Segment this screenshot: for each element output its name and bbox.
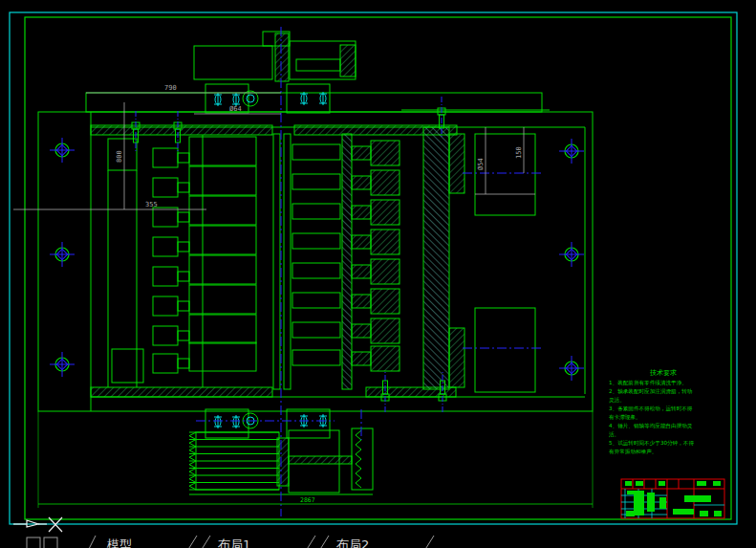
note-line: 5、试运转时间不少于30分钟，不得: [609, 440, 694, 447]
drawing-canvas[interactable]: 790 Ø64 800 355 Ø54 150 2867 技术要求 1、装配前所…: [0, 0, 756, 548]
dim-left-width: 355: [145, 201, 158, 208]
layout-tab-bar: 模型 布局1 布局2: [27, 536, 434, 548]
note-line: 3、各紧固件不得松动，运转时不得: [609, 406, 693, 412]
v-belt-pulley: [189, 432, 279, 490]
hammer-rows-left: [153, 137, 256, 373]
dim-overall-width: 2867: [300, 496, 315, 504]
dim-right-dia: Ø54: [477, 158, 485, 170]
cad-application-window: 790 Ø64 800 355 Ø54 150 2867 技术要求 1、装配前所…: [0, 0, 756, 548]
assembly-drawing: [38, 32, 593, 494]
dim-top-width: 790: [164, 84, 177, 92]
title-block-text-blobs: [625, 481, 722, 516]
tab-layout1[interactable]: 布局1: [217, 537, 250, 548]
title-block: [621, 479, 724, 518]
notes-title: 技术要求: [649, 369, 677, 377]
note-line: 1、装配前所有零件须清洗干净。: [609, 380, 687, 386]
note-line: 有卡滞现象。: [609, 414, 641, 421]
note-line: 2、轴承装配时应加注润滑脂，转动: [609, 388, 693, 395]
note-line: 活。: [609, 431, 619, 438]
dim-left-height: 800: [116, 150, 123, 163]
tab-layout2[interactable]: 布局2: [335, 537, 369, 548]
dim-right-height: 150: [515, 146, 523, 159]
dim-shaft-dia: Ø64: [229, 105, 242, 113]
bearing-fasteners: [214, 92, 327, 428]
note-line: 有异常振动和噪声。: [609, 449, 657, 454]
note-line: 灵活。: [609, 397, 625, 404]
technical-notes: 技术要求 1、装配前所有零件须清洗干净。 2、轴承装配时应加注润滑脂，转动 灵活…: [609, 369, 694, 454]
note-line: 4、锤片、销轴等均应能自由摆动灵: [609, 423, 693, 429]
tab-model[interactable]: 模型: [106, 537, 132, 548]
